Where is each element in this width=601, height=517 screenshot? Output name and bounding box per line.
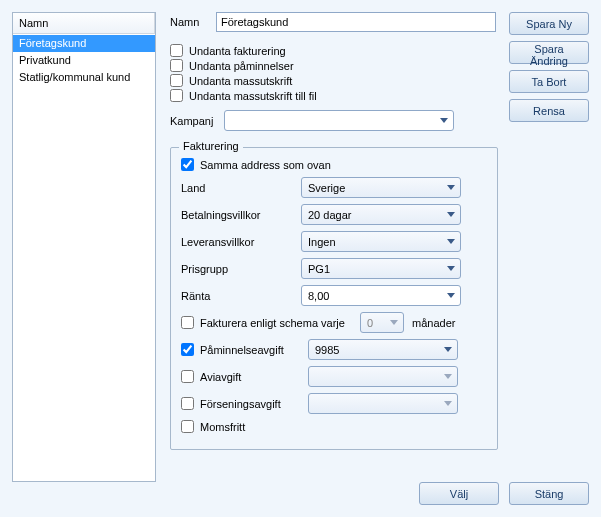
country-label: Land [181,182,301,194]
avi-fee-label: Aviavgift [200,371,308,383]
price-group-label: Prisgrupp [181,263,301,275]
interest-input[interactable]: 8,00 [301,285,461,306]
country-select[interactable]: Sverige [301,177,461,198]
chevron-down-icon [443,288,458,303]
chevron-down-icon [386,315,401,330]
reminder-fee-label: Påminnelseavgift [200,344,308,356]
payment-terms-select[interactable]: 20 dagar [301,204,461,225]
chevron-down-icon [436,113,451,128]
vat-free-label: Momsfritt [200,421,245,433]
vat-free-checkbox[interactable] [181,420,194,433]
name-label: Namn [170,16,216,28]
same-address-checkbox[interactable] [181,158,194,171]
reminder-fee-checkbox[interactable] [181,343,194,356]
exclude-massprint-checkbox[interactable] [170,74,183,87]
same-address-label: Samma address som ovan [200,159,331,171]
campaign-select[interactable] [224,110,454,131]
schedule-value: 0 [367,317,373,329]
list-item[interactable]: Företagskund [13,35,155,52]
country-value: Sverige [308,182,345,194]
chevron-down-icon [443,207,458,222]
payment-terms-value: 20 dagar [308,209,351,221]
avi-fee-checkbox[interactable] [181,370,194,383]
exclude-massprint-file-label: Undanta massutskrift till fil [189,90,317,102]
schedule-months-select[interactable]: 0 [360,312,404,333]
reminder-fee-select[interactable]: 9985 [308,339,458,360]
schedule-checkbox[interactable] [181,316,194,329]
save-change-button[interactable]: Spara Ändring [509,41,589,64]
exclude-massprint-file-checkbox[interactable] [170,89,183,102]
delivery-terms-value: Ingen [308,236,336,248]
list-header[interactable]: Namn [13,13,155,34]
payment-terms-label: Betalningsvillkor [181,209,301,221]
reminder-fee-value: 9985 [315,344,339,356]
late-fee-checkbox[interactable] [181,397,194,410]
list-item[interactable]: Statlig/kommunal kund [13,69,155,86]
interest-label: Ränta [181,290,301,302]
price-group-select[interactable]: PG1 [301,258,461,279]
late-fee-select[interactable] [308,393,458,414]
exclude-massprint-label: Undanta massutskrift [189,75,292,87]
chevron-down-icon [440,342,455,357]
chevron-down-icon [443,261,458,276]
list-header-name[interactable]: Namn [13,13,155,33]
chevron-down-icon [443,234,458,249]
delete-button[interactable]: Ta Bort [509,70,589,93]
campaign-label: Kampanj [170,115,224,127]
interest-value: 8,00 [308,290,329,302]
late-fee-label: Förseningsavgift [200,398,308,410]
chevron-down-icon [443,180,458,195]
exclude-reminder-checkbox[interactable] [170,59,183,72]
save-new-button[interactable]: Spara Ny [509,12,589,35]
invoicing-fieldset: Fakturering Samma address som ovan Land … [170,147,498,450]
clear-button[interactable]: Rensa [509,99,589,122]
schedule-label: Fakturera enligt schema varje [200,317,360,329]
exclude-reminder-label: Undanta påminnelser [189,60,294,72]
name-input[interactable] [216,12,496,32]
delivery-terms-label: Leveransvillkor [181,236,301,248]
chevron-down-icon [440,396,455,411]
choose-button[interactable]: Välj [419,482,499,505]
customer-type-list: Namn Företagskund Privatkund Statlig/kom… [12,12,156,482]
schedule-suffix: månader [412,317,455,329]
invoicing-legend: Fakturering [179,140,243,152]
delivery-terms-select[interactable]: Ingen [301,231,461,252]
close-button[interactable]: Stäng [509,482,589,505]
chevron-down-icon [440,369,455,384]
list-item[interactable]: Privatkund [13,52,155,69]
price-group-value: PG1 [308,263,330,275]
exclude-billing-label: Undanta fakturering [189,45,286,57]
avi-fee-select[interactable] [308,366,458,387]
exclude-billing-checkbox[interactable] [170,44,183,57]
